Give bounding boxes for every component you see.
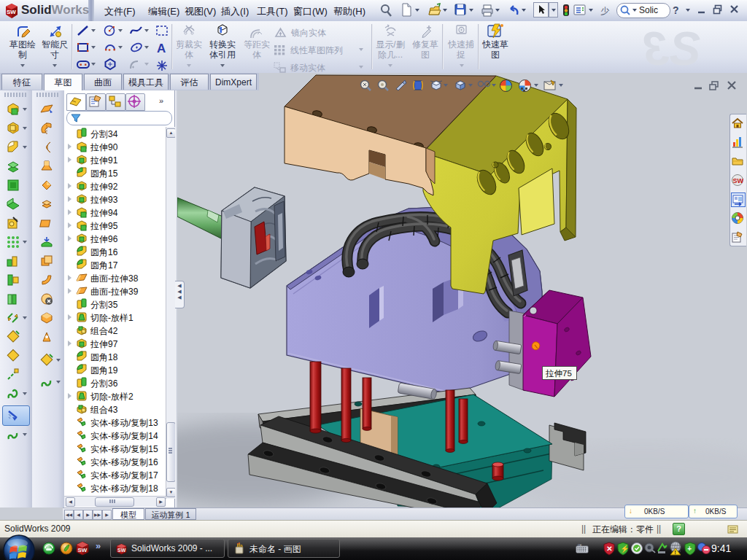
svg-text:!: !	[674, 549, 676, 556]
svg-text:少..: 少..	[600, 6, 610, 16]
svg-text:SW: SW	[117, 548, 126, 553]
svg-text:✕: ✕	[606, 545, 612, 553]
svg-text:⚡: ⚡	[620, 544, 630, 553]
svg-text:SW: SW	[78, 547, 88, 553]
svg-text:SW: SW	[733, 177, 744, 184]
svg-text:拉伸75: 拉伸75	[545, 369, 572, 378]
svg-text:+: +	[687, 545, 692, 553]
svg-text:CH: CH	[578, 544, 582, 547]
